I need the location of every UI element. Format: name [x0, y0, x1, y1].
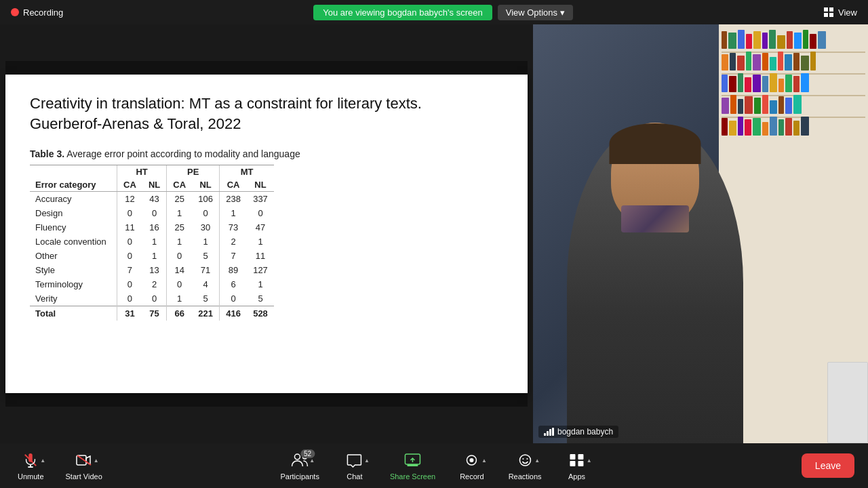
video-background: bogdan babych [533, 24, 868, 443]
mt-nl-cell: 127 [247, 263, 274, 277]
mt-nl-header: NL [247, 178, 274, 192]
recording-badge: Recording [11, 7, 63, 18]
view-right: View [823, 7, 857, 18]
mt-nl-cell: 1 [247, 235, 274, 249]
unmute-button[interactable]: ▲ Unmute [7, 447, 55, 485]
share-screen-button[interactable]: Share Screen [379, 447, 446, 485]
table-caption: Table 3. Average error point according t… [30, 148, 503, 159]
table-row: Terminology 0 2 0 4 6 1 [30, 277, 274, 291]
unmute-label: Unmute [18, 472, 44, 481]
bottom-toolbar: ▲ Unmute ▲ Start Video [0, 443, 868, 488]
reactions-chevron: ▲ [534, 458, 540, 464]
ht-header: HT [117, 165, 167, 179]
camera-icon [76, 453, 92, 468]
ht-ca-cell: 0 [117, 277, 142, 291]
participant-name: bogdan babych [557, 427, 613, 436]
category-cell: Other [30, 249, 117, 263]
participants-button[interactable]: 52 ▲ Participants [269, 447, 330, 485]
ht-ca-cell: 31 [117, 306, 142, 321]
mt-ca-cell: 2 [220, 235, 247, 249]
table-row: Design 0 0 1 0 1 0 [30, 206, 274, 220]
participants-chevron: ▲ [309, 458, 315, 464]
apps-icon [569, 453, 585, 468]
pe-nl-header: NL [192, 178, 219, 192]
svg-point-15 [519, 455, 530, 466]
ht-nl-cell: 1 [142, 235, 167, 249]
svg-point-17 [526, 458, 528, 460]
svg-point-16 [522, 458, 524, 460]
svg-rect-2 [824, 13, 828, 17]
chevron-down-icon: ▾ [560, 7, 565, 18]
unmute-chevron: ▲ [40, 458, 45, 464]
chat-button[interactable]: ▲ Chat [333, 447, 376, 485]
category-cell: Total [30, 306, 117, 321]
svg-rect-18 [570, 454, 576, 460]
video-chevron: ▲ [94, 458, 99, 464]
mt-ca-header: CA [220, 178, 247, 192]
pe-ca-cell: 1 [167, 235, 192, 249]
grid-icon [823, 7, 834, 18]
toolbar-center: 52 ▲ Participants ▲ Chat [269, 447, 598, 485]
mt-ca-cell: 416 [220, 306, 247, 321]
screen-banner: You are viewing bogdan babych's screen V… [313, 5, 573, 20]
error-category-header [30, 165, 117, 179]
svg-point-14 [470, 458, 474, 462]
pe-nl-cell: 4 [192, 277, 219, 291]
mt-header: MT [220, 165, 274, 179]
ht-ca-cell: 12 [117, 192, 142, 207]
mt-ca-cell: 1 [220, 206, 247, 220]
pe-ca-cell: 1 [167, 206, 192, 220]
ht-ca-cell: 0 [117, 249, 142, 263]
participant-video: bogdan babych [533, 24, 868, 443]
chat-icon [347, 453, 363, 468]
chat-label: Chat [347, 472, 362, 481]
reactions-label: Reactions [509, 472, 542, 481]
pe-ca-cell: 25 [167, 220, 192, 235]
record-button[interactable]: ▲ Record [449, 447, 494, 485]
pe-nl-cell: 5 [192, 249, 219, 263]
mt-nl-cell: 11 [247, 249, 274, 263]
ht-nl-cell: 13 [142, 263, 167, 277]
leave-button[interactable]: Leave [802, 453, 854, 478]
pe-nl-cell: 106 [192, 192, 219, 207]
mt-ca-cell: 6 [220, 277, 247, 291]
start-video-label: Start Video [66, 472, 102, 481]
ht-nl-cell: 0 [142, 291, 167, 306]
share-screen-icon [404, 453, 422, 468]
svg-rect-21 [578, 461, 584, 466]
mt-ca-cell: 89 [220, 263, 247, 277]
mt-ca-cell: 7 [220, 249, 247, 263]
category-cell: Accuracy [30, 192, 117, 207]
apps-button[interactable]: ▲ Apps [555, 447, 599, 485]
category-cell: Verity [30, 291, 117, 306]
pe-nl-cell: 0 [192, 206, 219, 220]
recording-label: Recording [23, 7, 63, 18]
apps-chevron: ▲ [587, 458, 592, 464]
view-options-button[interactable]: View Options ▾ [498, 5, 573, 20]
svg-rect-1 [829, 7, 833, 12]
person-area [547, 66, 764, 443]
main-area: Creativity in translation: MT as a const… [0, 24, 868, 443]
start-video-button[interactable]: ▲ Start Video [55, 447, 113, 485]
mt-nl-cell: 528 [247, 306, 274, 321]
mt-ca-cell: 238 [220, 192, 247, 207]
reactions-icon [517, 453, 533, 468]
svg-rect-0 [824, 7, 828, 12]
row-header: Error category [30, 178, 117, 192]
participants-label: Participants [280, 472, 319, 481]
pe-ca-cell: 0 [167, 249, 192, 263]
svg-rect-12 [408, 464, 418, 466]
reactions-button[interactable]: ▲ Reactions [498, 447, 553, 485]
pe-ca-cell: 25 [167, 192, 192, 207]
ht-ca-cell: 0 [117, 291, 142, 306]
mt-nl-cell: 5 [247, 291, 274, 306]
participant-name-badge: bogdan babych [538, 426, 618, 438]
pe-nl-cell: 5 [192, 291, 219, 306]
view-label: View [838, 7, 857, 18]
category-cell: Locale convention [30, 235, 117, 249]
mt-ca-cell: 0 [220, 291, 247, 306]
mt-nl-cell: 337 [247, 192, 274, 207]
record-icon [464, 453, 480, 468]
record-chevron: ▲ [481, 458, 487, 464]
chat-chevron: ▲ [364, 458, 370, 464]
